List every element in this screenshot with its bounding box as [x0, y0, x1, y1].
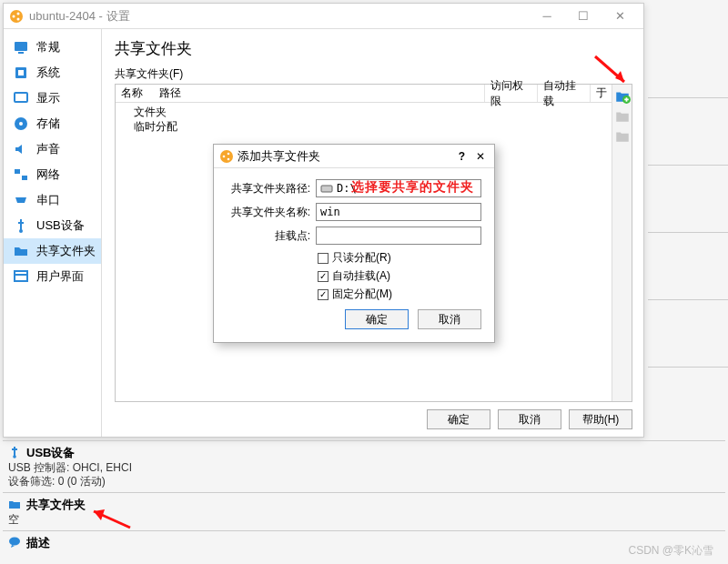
page-title: 共享文件夹: [115, 38, 632, 59]
watermark: CSDN @零K沁雪: [628, 543, 713, 559]
app-icon: [219, 149, 234, 164]
annotation-arrow-icon: [85, 506, 139, 533]
add-share-dialog: 添加共享文件夹 ? ✕ 共享文件夹路径: D:\ 选择要共享的文件夹 共享文件夹…: [213, 144, 495, 343]
desc-summary-head: 描述: [8, 535, 720, 551]
svg-rect-11: [15, 169, 20, 174]
checkbox-icon: ✓: [318, 271, 329, 282]
cancel-button[interactable]: 取消: [498, 409, 561, 429]
checkbox-icon: [318, 253, 329, 264]
dialog-titlebar: 添加共享文件夹 ? ✕: [214, 145, 494, 168]
chip-icon: [13, 65, 29, 81]
mount-input[interactable]: [316, 227, 481, 245]
svg-marker-18: [615, 71, 624, 82]
sidebar-item-shared-folders[interactable]: 共享文件夹: [4, 238, 101, 264]
label-mount: 挂载点:: [227, 228, 310, 244]
svg-rect-5: [18, 52, 24, 54]
app-icon: [9, 9, 24, 24]
sidebar-item-general[interactable]: 常规: [4, 35, 101, 60]
dialog-ok-button[interactable]: 确定: [345, 309, 409, 329]
dialog-cancel-button[interactable]: 取消: [418, 309, 481, 329]
svg-rect-23: [321, 186, 332, 192]
minimize-button[interactable]: ─: [529, 5, 565, 28]
window-icon: [13, 268, 29, 285]
window-title: ubuntu-2404 - 设置: [29, 8, 529, 25]
chat-icon: [8, 536, 21, 551]
maximize-button[interactable]: ☐: [565, 5, 602, 28]
folder-icon: [8, 498, 21, 513]
svg-point-10: [19, 122, 23, 126]
close-button[interactable]: ✕: [602, 5, 638, 28]
check-label: 自动挂载(A): [332, 268, 390, 284]
sidebar-label: USB设备: [36, 217, 85, 234]
remove-folder-button[interactable]: [614, 128, 631, 145]
svg-rect-12: [22, 176, 27, 180]
dialog-help-button[interactable]: ?: [459, 150, 465, 163]
dialog-close-button[interactable]: ✕: [476, 150, 485, 163]
svg-point-1: [13, 15, 15, 17]
sidebar-label: 显示: [36, 90, 60, 106]
svg-point-0: [10, 10, 23, 23]
edit-folder-button[interactable]: [614, 108, 631, 125]
svg-point-27: [9, 537, 20, 545]
sidebar-label: 用户界面: [36, 268, 84, 285]
col-automount: 自动挂载: [537, 85, 590, 102]
col-name: 名称: [116, 85, 154, 102]
sidebar-item-storage[interactable]: 存储: [4, 111, 101, 136]
ok-button[interactable]: 确定: [427, 409, 490, 429]
name-input[interactable]: [316, 203, 481, 221]
tree-row[interactable]: 临时分配: [119, 119, 608, 134]
col-path: 路径: [154, 85, 484, 102]
usb-summary-head: USB设备: [8, 445, 720, 461]
sidebar-label: 常规: [36, 39, 60, 55]
svg-point-13: [19, 229, 23, 233]
sidebar-item-interface[interactable]: 用户界面: [4, 264, 101, 289]
sidebar-label: 串口: [36, 192, 60, 208]
help-button[interactable]: 帮助(H): [569, 409, 632, 429]
monitor-icon: [13, 39, 29, 55]
sidebar-item-usb[interactable]: USB设备: [4, 213, 101, 238]
serial-icon: [13, 192, 29, 208]
summary-title: 描述: [26, 535, 50, 551]
usb-icon: [13, 217, 29, 234]
sidebar-item-serial[interactable]: 串口: [4, 187, 101, 213]
table-toolbar: [612, 85, 632, 401]
label-path: 共享文件夹路径:: [227, 181, 310, 196]
speaker-icon: [13, 141, 29, 157]
summary-title: USB设备: [26, 445, 75, 461]
checkbox-icon: ✓: [318, 289, 329, 300]
path-combo[interactable]: D:\ 选择要共享的文件夹: [316, 179, 481, 197]
svg-point-22: [228, 157, 230, 160]
sidebar-item-network[interactable]: 网络: [4, 162, 101, 187]
sidebar-item-display[interactable]: 显示: [4, 86, 101, 111]
check-permanent[interactable]: ✓固定分配(M): [318, 287, 481, 302]
tree-row[interactable]: 文件夹: [119, 105, 608, 119]
bg-lines: [648, 31, 728, 368]
footer-buttons: 确定 取消 帮助(H): [115, 402, 632, 429]
summary-title: 共享文件夹: [26, 497, 86, 513]
summary-panel: USB设备 USB 控制器: OHCI, EHCI 设备筛选: 0 (0 活动)…: [3, 440, 725, 555]
svg-rect-8: [15, 93, 27, 102]
sidebar-label: 共享文件夹: [36, 243, 96, 259]
drive-icon: [320, 183, 333, 194]
svg-rect-4: [15, 42, 27, 51]
sidebar-item-system[interactable]: 系统: [4, 60, 101, 86]
folder-icon: [13, 243, 29, 259]
sidebar-label: 存储: [36, 116, 60, 132]
sidebar-item-audio[interactable]: 声音: [4, 136, 101, 162]
check-readonly[interactable]: 只读分配(R): [318, 250, 481, 266]
svg-rect-7: [18, 70, 24, 76]
svg-point-2: [17, 12, 20, 15]
window-controls: ─ ☐ ✕: [529, 5, 638, 28]
table-header: 名称 路径 访问权限 自动挂载 于: [116, 85, 612, 103]
window-titlebar: ubuntu-2404 - 设置 ─ ☐ ✕: [4, 4, 643, 29]
check-label: 固定分配(M): [332, 287, 392, 302]
svg-rect-14: [15, 271, 27, 281]
svg-point-24: [13, 455, 16, 458]
check-label: 只读分配(R): [332, 250, 391, 266]
label-name: 共享文件夹名称:: [227, 205, 310, 220]
svg-point-19: [220, 150, 233, 163]
annotation-overlay: 选择要共享的文件夹: [351, 179, 474, 196]
usb-line: USB 控制器: OHCI, EHCI: [8, 461, 720, 475]
display-icon: [13, 90, 29, 106]
check-automount[interactable]: ✓自动挂载(A): [318, 268, 481, 284]
